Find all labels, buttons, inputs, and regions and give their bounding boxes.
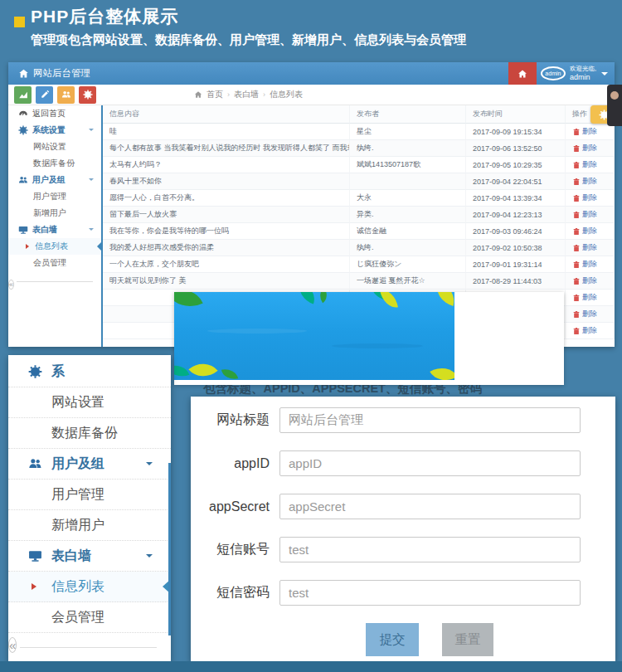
delete-link[interactable]: 删除 [572,275,597,286]
user-menu[interactable]: 欢迎光临, admin [570,66,596,81]
settings-button[interactable] [79,86,96,104]
cell-publisher: 纨绔. [350,240,466,256]
trash-icon [572,244,581,252]
sidebar-item-add-user[interactable]: 新增用户 [8,205,101,222]
delete-link[interactable]: 删除 [572,192,597,203]
table-row: 一个人在太原，交个朋友吧じ疯狂傻弥ン2017-09-01 19:31:14删除 [103,256,615,273]
sidebar-item-user-management[interactable]: 用户管理 [8,188,101,205]
trash-icon [572,211,581,219]
sms-account-input[interactable] [279,537,581,562]
delete-link[interactable]: 删除 [572,126,597,137]
app-secret-input[interactable] [279,494,581,519]
table-header: 信息内容发布者发布时间操作 [103,105,615,124]
sidebar-item-db-backup[interactable]: 数据库备份 [8,418,171,449]
chevron-down-icon [146,462,153,469]
sidebar-item-site-settings[interactable]: 网站设置 [8,387,171,418]
avatar[interactable]: admin [541,66,566,80]
divider [20,647,157,648]
delete-link[interactable]: 删除 [572,325,597,336]
cell-publisher: 斌斌1413507187歌 [350,157,466,173]
sidebar-item-user-management[interactable]: 用户管理 [8,480,171,510]
sidebar-item-member-management[interactable]: 会员管理 [8,255,101,271]
sidebar-item-site-settings[interactable]: 网站设置 [8,139,101,155]
delete-link[interactable]: 删除 [572,159,597,170]
submit-button[interactable]: 提交 [366,623,419,656]
admin-sidebar: 返回首页系统设置网站设置数据库备份用户及组用户管理新增用户表白墙信息列表会员管理… [8,105,103,347]
chevron-down-icon [146,554,153,561]
leaf-shape [432,292,454,306]
sidebar-item-label: 会员管理 [51,609,104,626]
sidebar-item-confession-wall[interactable]: 表白墙 [8,222,101,238]
header-right: admin 欢迎光临, admin [508,62,615,85]
leaf-shape [380,292,398,309]
cell-publisher: 异类. [350,207,466,223]
cell-operation: 删除 [566,256,615,273]
collapse-button[interactable]: « [8,280,14,290]
users-button[interactable] [57,86,75,104]
chevron-down-icon [89,129,94,134]
sidebar-item-system-settings[interactable]: 系统设置 [8,122,101,139]
breadcrumb-home[interactable]: 首页 [207,89,223,100]
chart-button[interactable] [14,86,32,104]
cell-time: 2017-09-06 13:52:50 [466,140,566,157]
field-label: 短信账号 [191,541,270,558]
delete-link[interactable]: 删除 [572,176,597,187]
cell-time: 2017-09-02 10:50:38 [466,240,566,256]
delete-link[interactable]: 删除 [572,226,597,236]
gear-icon [83,90,93,100]
chevron-down-icon[interactable] [601,72,608,79]
table-row: 春风十里不如你2017-09-04 22:04:51删除 [103,173,615,190]
cell-time: 2017-09-09 19:15:34 [466,124,566,140]
sidebar-item-member-management[interactable]: 会员管理 [8,602,171,633]
sidebar-item-return-home[interactable]: 返回首页 [8,105,101,122]
leaf-shape [174,292,203,315]
delete-label: 删除 [582,292,597,303]
delete-link[interactable]: 删除 [572,292,597,303]
sms-password-input[interactable] [279,580,581,606]
contact-widget[interactable] [607,85,622,126]
app-id-input[interactable] [279,450,581,476]
header-home-button[interactable] [508,62,537,85]
delete-link[interactable]: 删除 [572,309,597,319]
column-header: 发布时间 [466,105,566,124]
table-row: 我的爱人好想再次感受你的温柔纨绔.2017-09-02 10:50:38删除 [103,240,615,256]
welcome-text: 欢迎光临, [570,66,596,73]
sidebar-item-db-backup[interactable]: 数据库备份 [8,155,101,172]
sidebar-item-add-user[interactable]: 新增用户 [8,510,171,541]
cell-publisher: 纨绔. [350,140,466,157]
reset-button[interactable]: 重置 [442,623,493,656]
sidebar-item-users-groups[interactable]: 用户及组 [8,449,171,480]
cell-content: 明天就可以见到你了 美 [103,273,350,290]
home-icon [518,69,527,79]
sidebar-item-message-list[interactable]: 信息列表 [8,238,101,255]
delete-label: 删除 [582,242,597,253]
delete-link[interactable]: 删除 [572,242,597,253]
site-title-input[interactable] [279,407,581,433]
cell-operation: 删除 [566,306,615,323]
sidebar-item-system-settings[interactable]: 系 [8,357,171,387]
column-header: 信息内容 [103,105,350,124]
cell-content: 留下最后一人放火寨 [103,207,350,223]
delete-link[interactable]: 删除 [572,259,597,270]
active-arrow-icon [163,579,171,594]
leaf-banner-image [174,292,454,380]
edit-button[interactable] [36,86,53,104]
cell-operation: 删除 [566,124,615,140]
sidebar-item-message-list[interactable]: 信息列表 [8,572,171,602]
sidebar-item-users-groups[interactable]: 用户及组 [8,172,101,188]
page-title: PHP后台整体展示 [31,5,178,28]
cell-content: 太马有人约吗？ [103,157,350,173]
cell-operation: 删除 [566,240,615,256]
breadcrumb-section[interactable]: 表白墙 [234,89,259,100]
collapse-button[interactable]: « [8,637,17,653]
form-actions: 提交 重置 [366,623,615,656]
form-row: appID [191,450,615,476]
delete-link[interactable]: 删除 [572,143,597,153]
delete-link[interactable]: 删除 [572,209,597,220]
cell-publisher [350,173,466,190]
sidebar-item-label: 用户及组 [32,174,66,186]
leaf-shape [188,355,217,380]
monitor-icon [28,549,42,563]
leaf-shape [221,368,238,380]
sidebar-item-confession-wall[interactable]: 表白墙 [8,541,171,572]
